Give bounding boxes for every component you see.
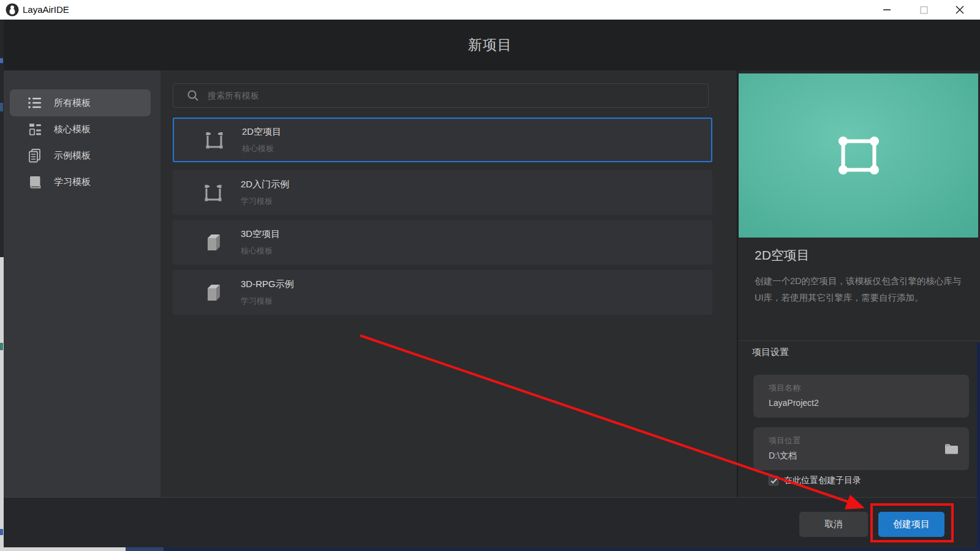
template-category-sidebar: 所有模板 核心模板 示例模板 xyxy=(4,70,160,497)
project-name-label: 项目名称 xyxy=(769,383,801,394)
template-card-3d-empty[interactable]: 3D空项目 核心模板 xyxy=(173,220,712,264)
annotation-rectangle xyxy=(870,503,954,542)
template-card-3d-rpg[interactable]: 3D-RPG示例 学习模板 xyxy=(173,270,712,315)
check-icon xyxy=(771,478,777,484)
taskbar-edge-light xyxy=(0,547,126,551)
edge-mark xyxy=(0,58,3,63)
project-name-value[interactable]: LayaProject2 xyxy=(769,398,819,408)
sidebar-item-label: 示例模板 xyxy=(54,150,91,162)
project-settings-heading: 项目设置 xyxy=(752,347,789,358)
project-location-label: 项目位置 xyxy=(769,435,801,446)
taskbar-edge xyxy=(0,547,980,551)
panel-divider xyxy=(738,340,980,341)
project-name-field[interactable]: 项目名称 LayaProject2 xyxy=(753,375,969,418)
project-location-field[interactable]: 项目位置 D:\文档 xyxy=(753,427,969,470)
cube-3d-icon xyxy=(201,230,225,255)
template-card-2d-intro[interactable]: 2D入门示例 学习模板 xyxy=(173,170,712,215)
template-title: 3D-RPG示例 xyxy=(241,279,294,290)
minimize-button[interactable] xyxy=(869,0,905,20)
list-icon xyxy=(27,95,43,111)
frame-2d-icon xyxy=(201,181,225,205)
checkbox-checked[interactable] xyxy=(769,476,778,485)
frame-2d-icon xyxy=(202,128,227,152)
maximize-icon xyxy=(920,6,928,14)
template-title: 3D空项目 xyxy=(241,228,280,240)
edge-mark xyxy=(0,103,3,111)
edge-mark xyxy=(0,529,3,535)
sidebar-item-core-templates[interactable]: 核心模板 xyxy=(10,116,151,143)
template-card-2d-empty[interactable]: 2D空项目 核心模板 xyxy=(173,118,712,162)
cancel-button[interactable]: 取消 xyxy=(799,512,868,537)
layaair-new-project-window: LayaAirIDE 新项目 所有模板 xyxy=(0,0,980,551)
minimize-icon xyxy=(883,6,891,14)
template-title: 2D入门示例 xyxy=(241,179,289,190)
sidebar-item-learning-templates[interactable]: 学习模板 xyxy=(10,168,151,195)
preview-description: 创建一个2D的空项目，该模板仅包含引擎的核心库与UI库，若使用其它引擎库，需要自… xyxy=(755,273,964,306)
template-search xyxy=(173,83,709,108)
titlebar: LayaAirIDE xyxy=(0,0,980,20)
create-subdirectory-option[interactable]: 在此位置创建子目录 xyxy=(769,475,861,486)
template-preview-image xyxy=(739,73,978,238)
checkbox-label: 在此位置创建子目录 xyxy=(784,475,861,486)
background-window-edge-right xyxy=(977,343,980,547)
close-button[interactable] xyxy=(942,0,978,20)
sidebar-item-example-templates[interactable]: 示例模板 xyxy=(10,142,151,169)
sidebar-item-all-templates[interactable]: 所有模板 xyxy=(10,89,151,116)
background-window-edge-bottom xyxy=(0,257,4,547)
template-subtitle: 学习模板 xyxy=(241,196,289,207)
preview-title: 2D空项目 xyxy=(755,247,810,264)
background-window-edge-top xyxy=(0,20,4,257)
taskbar-edge-accent xyxy=(126,547,164,551)
dialog-title: 新项目 xyxy=(0,36,980,54)
sidebar-item-label: 学习模板 xyxy=(54,176,91,188)
close-icon xyxy=(956,6,964,14)
browse-folder-icon[interactable] xyxy=(944,443,958,454)
search-input[interactable] xyxy=(208,91,708,100)
maximize-button[interactable] xyxy=(906,0,941,20)
template-subtitle: 核心模板 xyxy=(242,143,281,154)
template-subtitle: 学习模板 xyxy=(241,296,294,307)
sidebar-item-label: 核心模板 xyxy=(54,124,91,135)
layaair-logo-icon xyxy=(6,3,19,17)
search-icon xyxy=(187,89,199,102)
frame-2d-preview-icon xyxy=(824,121,893,190)
core-template-icon xyxy=(27,121,43,137)
template-subtitle: 核心模板 xyxy=(241,246,280,257)
example-template-icon xyxy=(27,148,43,163)
edge-mark xyxy=(0,343,3,350)
app-title: LayaAirIDE xyxy=(23,4,69,15)
template-title: 2D空项目 xyxy=(242,126,281,138)
book-icon xyxy=(27,174,43,190)
sidebar-item-label: 所有模板 xyxy=(54,97,91,109)
project-location-value[interactable]: D:\文档 xyxy=(769,451,797,462)
cube-3d-icon xyxy=(201,280,225,305)
